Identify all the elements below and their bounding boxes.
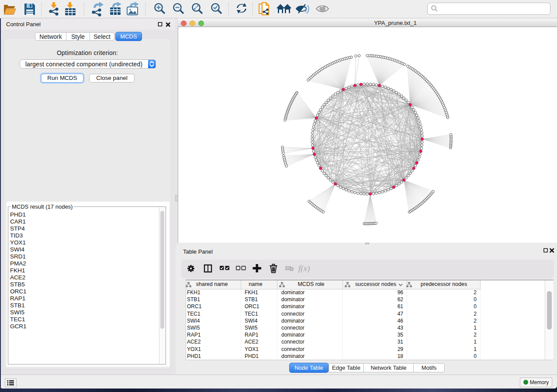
svg-text:f(x): f(x) <box>298 264 310 273</box>
